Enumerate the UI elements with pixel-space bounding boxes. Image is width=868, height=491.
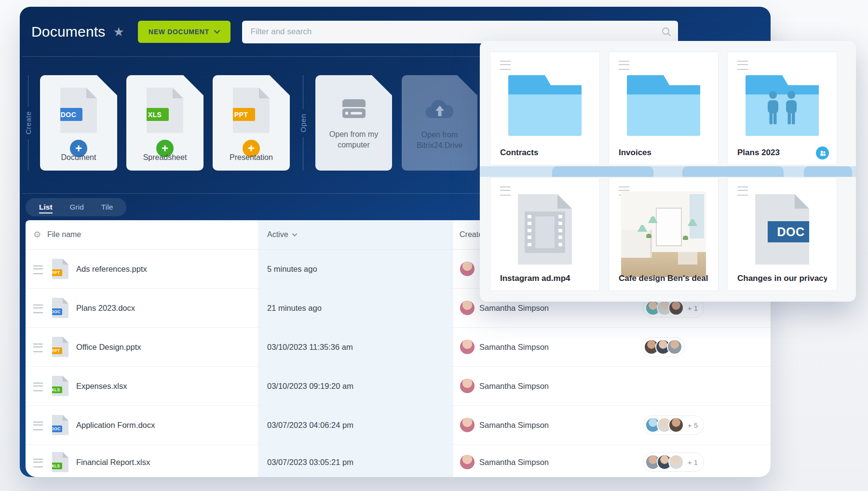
people-icon bbox=[767, 91, 798, 125]
doc-badge: DOC bbox=[54, 108, 82, 121]
open-label-text: Open bbox=[299, 114, 307, 133]
shared-users-pill[interactable]: + 5 bbox=[643, 415, 704, 435]
search-icon[interactable] bbox=[662, 27, 671, 37]
ppt-badge: PPT bbox=[227, 108, 255, 121]
file-name[interactable]: Expenses.xlsx bbox=[76, 382, 127, 391]
folder-icon bbox=[508, 75, 582, 136]
shared-users-pill[interactable]: + 1 bbox=[643, 452, 704, 472]
drive-picker-panel: Contracts Invoices Plans 2023 bbox=[480, 41, 856, 302]
shared-extra-count: + 1 bbox=[688, 304, 698, 312]
new-document-label: NEW DOCUMENT bbox=[149, 28, 209, 36]
open-from-computer-card[interactable]: Open from my computer bbox=[315, 75, 392, 171]
drag-handle-icon[interactable] bbox=[33, 383, 43, 391]
view-switcher: List Grid Tile bbox=[26, 198, 126, 216]
create-card-label: Presentation bbox=[213, 153, 290, 162]
page-fold bbox=[86, 88, 97, 98]
drag-handle-icon[interactable] bbox=[33, 459, 43, 467]
tab-list[interactable]: List bbox=[39, 203, 53, 212]
avatar bbox=[668, 417, 684, 433]
tile-menu-icon[interactable] bbox=[500, 186, 511, 196]
column-header-active[interactable]: Active bbox=[267, 220, 297, 249]
gear-icon[interactable]: ⚙ bbox=[33, 220, 41, 249]
avatar[interactable] bbox=[460, 301, 475, 315]
document-file-icon: DOC bbox=[60, 88, 97, 133]
folder-tile-contracts[interactable]: Contracts bbox=[490, 52, 600, 165]
tile-menu-icon[interactable] bbox=[737, 61, 748, 70]
avatar[interactable] bbox=[460, 455, 475, 469]
tile-label: Cafe design Ben's deal.jpg bbox=[619, 274, 708, 283]
tab-grid[interactable]: Grid bbox=[70, 203, 84, 212]
file-tile-instagram-ad[interactable]: Instagram ad.mp4 bbox=[490, 177, 600, 291]
create-spreadsheet-card[interactable]: XLS + Spreadsheet bbox=[126, 75, 203, 171]
creator-name[interactable]: Samantha Simpson bbox=[479, 304, 549, 313]
create-card-label: Document bbox=[40, 153, 117, 162]
sort-chevron-icon bbox=[292, 233, 297, 237]
tile-label: Changes in our privacy polic... bbox=[737, 274, 827, 283]
search-bar bbox=[242, 21, 678, 43]
tile-label: Contracts bbox=[500, 148, 538, 158]
modified-time: 5 minutes ago bbox=[267, 265, 317, 274]
column-header-file-name[interactable]: File name bbox=[47, 220, 81, 249]
table-row[interactable]: XLS Financial Report.xlsx 03/07/2023 03:… bbox=[26, 445, 771, 477]
table-row[interactable]: XLS Expenses.xlsx 03/10/2023 09:19:20 am… bbox=[26, 367, 771, 406]
drag-handle-icon[interactable] bbox=[33, 422, 43, 430]
hard-drive-icon bbox=[340, 98, 367, 119]
page-fold bbox=[173, 88, 183, 98]
creator-name[interactable]: Samantha Simpson bbox=[479, 343, 549, 352]
file-name[interactable]: Application Form.docx bbox=[76, 421, 155, 430]
file-tile-cafe-design[interactable]: Cafe design Ben's deal.jpg bbox=[609, 177, 719, 291]
create-presentation-card[interactable]: PPT + Presentation bbox=[213, 75, 290, 171]
drag-handle-icon[interactable] bbox=[33, 305, 43, 313]
xls-badge: XLS bbox=[141, 108, 169, 121]
drag-handle-icon[interactable] bbox=[33, 344, 43, 352]
folder-tile-plans-2023[interactable]: Plans 2023 bbox=[727, 52, 837, 165]
tile-label: Plans 2023 bbox=[737, 148, 780, 158]
tile-label: Invoices bbox=[619, 148, 651, 158]
favorite-star-icon[interactable]: ★ bbox=[113, 26, 124, 38]
tile-menu-icon[interactable] bbox=[737, 186, 748, 196]
divider bbox=[28, 75, 28, 106]
creator-name[interactable]: Samantha Simpson bbox=[479, 382, 549, 391]
create-card-label: Spreadsheet bbox=[126, 153, 203, 162]
open-from-drive-card[interactable]: Open from Bitrix24.Drive bbox=[402, 75, 477, 171]
avatar bbox=[668, 300, 684, 316]
file-type-icon: DOC bbox=[52, 415, 68, 435]
new-document-button[interactable]: NEW DOCUMENT bbox=[138, 21, 231, 43]
avatar[interactable] bbox=[460, 340, 475, 354]
modified-time: 03/07/2023 03:05:21 pm bbox=[267, 458, 353, 467]
presentation-file-icon: PPT bbox=[233, 88, 270, 133]
file-tile-privacy-policy[interactable]: DOC Changes in our privacy polic... bbox=[727, 177, 837, 291]
modified-time: 03/10/2023 09:19:20 am bbox=[267, 382, 353, 391]
open-card-label: Open from Bitrix24.Drive bbox=[408, 130, 471, 150]
shared-extra-count: + 5 bbox=[688, 421, 698, 429]
file-name[interactable]: Ads references.pptx bbox=[76, 265, 147, 274]
creator-name[interactable]: Samantha Simpson bbox=[479, 458, 549, 467]
divider bbox=[28, 139, 28, 171]
folder-icon bbox=[627, 75, 700, 136]
search-input[interactable] bbox=[242, 21, 678, 43]
table-row[interactable]: PPT Office Design.pptx 03/10/2023 11:35:… bbox=[26, 328, 771, 367]
modified-time: 21 minutes ago bbox=[267, 304, 322, 313]
tile-menu-icon[interactable] bbox=[500, 61, 511, 70]
shared-users-pill[interactable] bbox=[641, 337, 685, 357]
avatar[interactable] bbox=[460, 262, 475, 276]
file-name[interactable]: Financial Report.xlsx bbox=[76, 458, 150, 467]
doc-file-icon: DOC bbox=[755, 194, 809, 265]
creator-name[interactable]: Samantha Simpson bbox=[479, 421, 549, 430]
avatar[interactable] bbox=[460, 418, 475, 432]
table-row[interactable]: DOC Application Form.docx 03/07/2023 04:… bbox=[26, 406, 771, 445]
doc-badge: DOC bbox=[768, 221, 814, 242]
file-name[interactable]: Plans 2023.docx bbox=[76, 304, 135, 313]
divider bbox=[303, 137, 303, 171]
file-name[interactable]: Office Design.pptx bbox=[76, 343, 141, 352]
create-document-card[interactable]: DOC + Document bbox=[40, 75, 117, 171]
tab-tile[interactable]: Tile bbox=[101, 203, 113, 212]
drag-handle-icon[interactable] bbox=[33, 265, 43, 274]
drive-tile-grid: Contracts Invoices Plans 2023 bbox=[490, 52, 837, 291]
folder-tile-invoices[interactable]: Invoices bbox=[609, 52, 719, 165]
tile-menu-icon[interactable] bbox=[619, 61, 629, 70]
modified-time: 03/07/2023 04:06:24 pm bbox=[267, 421, 353, 430]
divider bbox=[303, 75, 303, 109]
spreadsheet-file-icon: XLS bbox=[147, 88, 183, 133]
avatar[interactable] bbox=[460, 379, 475, 393]
